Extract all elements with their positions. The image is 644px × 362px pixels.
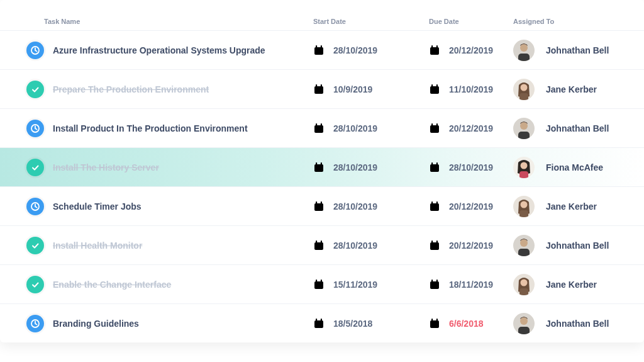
due-date: 6/6/2018: [444, 319, 513, 329]
calendar-icon: [429, 279, 440, 290]
table-body: Azure Infrastructure Operational Systems…: [0, 30, 644, 342]
due-date: 28/10/2019: [444, 162, 513, 173]
table-row[interactable]: Prepare The Production Environment10/9/2…: [0, 69, 644, 108]
task-name[interactable]: Install Product In The Production Enviro…: [44, 123, 313, 133]
assignee-name[interactable]: Jane Kerber: [540, 201, 644, 212]
clock-icon[interactable]: [26, 42, 44, 59]
task-name[interactable]: Schedule Timer Jobs: [44, 201, 313, 212]
assignee-name[interactable]: Fiona McAfee: [540, 162, 644, 173]
due-date: 20/12/2019: [444, 201, 513, 212]
due-date: 18/11/2019: [444, 280, 513, 290]
avatar[interactable]: [513, 235, 535, 256]
due-date: 20/12/2019: [444, 240, 513, 251]
table-row[interactable]: Install Product In The Production Enviro…: [0, 108, 644, 147]
task-name[interactable]: Install Health Monitor: [44, 240, 313, 251]
task-name[interactable]: Prepare The Production Environment: [44, 84, 313, 94]
table-row[interactable]: Enable the Change Interface15/11/201918/…: [0, 264, 644, 303]
arrow-right-icon: [397, 202, 429, 211]
col-header-assigned: Assigned To: [513, 18, 644, 25]
start-date: 10/9/2019: [328, 84, 397, 94]
start-date: 28/10/2019: [328, 240, 397, 251]
assignee-name[interactable]: Jane Kerber: [540, 280, 644, 290]
calendar-icon: [429, 45, 440, 56]
clock-icon[interactable]: [26, 315, 44, 332]
start-date: 28/10/2019: [328, 123, 397, 133]
assignee-name[interactable]: Johnathan Bell: [540, 240, 644, 251]
calendar-icon: [313, 201, 325, 212]
calendar-icon: [313, 279, 325, 290]
arrow-right-icon: [397, 241, 429, 250]
task-name[interactable]: Enable the Change Interface: [44, 280, 313, 290]
arrow-right-icon: [397, 85, 429, 94]
avatar[interactable]: [513, 40, 535, 61]
table-row[interactable]: Branding Guidelines18/5/20186/6/2018John…: [0, 303, 644, 342]
arrow-right-icon: [397, 280, 429, 289]
calendar-icon: [429, 84, 440, 95]
calendar-icon: [313, 123, 325, 134]
table-row[interactable]: Azure Infrastructure Operational Systems…: [0, 30, 644, 69]
assignee-name[interactable]: Johnathan Bell: [540, 319, 644, 329]
avatar[interactable]: [513, 313, 535, 334]
avatar[interactable]: [513, 118, 535, 139]
avatar[interactable]: [513, 274, 535, 295]
start-date: 28/10/2019: [328, 201, 397, 212]
due-date: 11/10/2019: [444, 84, 513, 94]
task-name[interactable]: Install The History Server: [44, 162, 313, 173]
calendar-icon: [313, 318, 325, 329]
avatar[interactable]: [513, 157, 535, 178]
check-icon[interactable]: [26, 276, 44, 293]
check-icon[interactable]: [26, 159, 44, 176]
task-name[interactable]: Branding Guidelines: [44, 319, 313, 329]
start-date: 15/11/2019: [328, 280, 397, 290]
calendar-icon: [429, 318, 440, 329]
arrow-right-icon: [397, 319, 429, 328]
calendar-icon: [313, 84, 325, 95]
calendar-icon: [429, 162, 440, 173]
clock-icon[interactable]: [26, 120, 44, 137]
assignee-name[interactable]: Johnathan Bell: [540, 45, 644, 55]
calendar-icon: [429, 123, 440, 134]
calendar-icon: [313, 240, 325, 251]
arrow-right-icon: [397, 124, 429, 133]
avatar[interactable]: [513, 196, 535, 217]
arrow-right-icon: [397, 46, 429, 55]
start-date: 18/5/2018: [328, 319, 397, 329]
check-icon[interactable]: [26, 81, 44, 98]
calendar-icon: [313, 45, 325, 56]
due-date: 20/12/2019: [444, 123, 513, 133]
due-date: 20/12/2019: [444, 45, 513, 55]
table-row[interactable]: Install Health Monitor28/10/201920/12/20…: [0, 225, 644, 264]
avatar[interactable]: [513, 79, 535, 100]
start-date: 28/10/2019: [328, 45, 397, 55]
assignee-name[interactable]: Jane Kerber: [540, 84, 644, 94]
table-header: Task Name Start Date Due Date Assigned T…: [0, 18, 644, 30]
table-row[interactable]: Schedule Timer Jobs28/10/201920/12/2019J…: [0, 186, 644, 225]
col-header-start: Start Date: [313, 18, 397, 25]
task-list-card: Task Name Start Date Due Date Assigned T…: [0, 0, 644, 342]
start-date: 28/10/2019: [328, 162, 397, 173]
task-name[interactable]: Azure Infrastructure Operational Systems…: [44, 45, 313, 55]
calendar-icon: [429, 201, 440, 212]
table-row[interactable]: Install The History Server28/10/201928/1…: [0, 147, 644, 186]
clock-icon[interactable]: [26, 198, 44, 215]
col-header-task: Task Name: [44, 18, 313, 25]
check-icon[interactable]: [26, 237, 44, 254]
calendar-icon: [313, 162, 325, 173]
calendar-icon: [429, 240, 440, 251]
col-header-due: Due Date: [429, 18, 513, 25]
assignee-name[interactable]: Johnathan Bell: [540, 123, 644, 133]
arrow-right-icon: [397, 163, 429, 172]
